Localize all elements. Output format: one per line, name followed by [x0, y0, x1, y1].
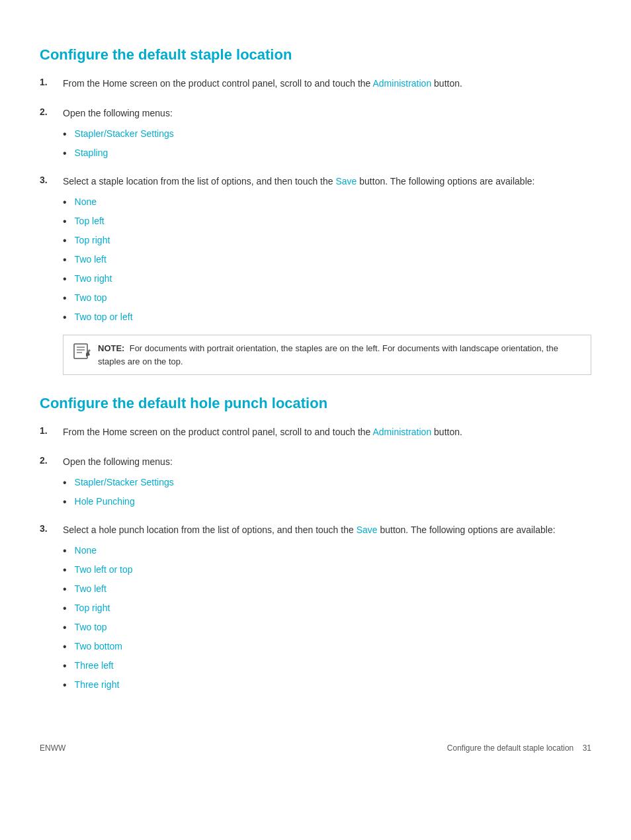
list-item: Three left — [63, 659, 591, 674]
s2-step-3-content: Select a hole punch location from the li… — [63, 523, 591, 697]
footer-left: ENWW — [40, 743, 65, 753]
section2: Configure the default hole punch locatio… — [40, 395, 591, 697]
list-item: Two top — [63, 620, 591, 636]
step-3-number: 3. — [40, 175, 63, 375]
step-3-link[interactable]: Save — [335, 176, 357, 187]
s2-option-topright[interactable]: Top right — [75, 601, 110, 615]
s2-step-3-text: Select a hole punch location from the li… — [63, 523, 591, 537]
list-item: Top right — [63, 233, 591, 249]
list-item: Two top — [63, 291, 591, 306]
option-link-topleft[interactable]: Top left — [75, 214, 105, 228]
list-item: Two right — [63, 272, 591, 287]
s2-step-2-content: Open the following menus: Stapler/Stacke… — [63, 455, 591, 514]
option-link-twotop[interactable]: Two top — [75, 291, 107, 305]
s2-step-2-number: 2. — [40, 455, 63, 514]
s2-option-threeright[interactable]: Three right — [75, 678, 120, 692]
section2-steps: 1. From the Home screen on the product c… — [40, 425, 591, 697]
step-2-submenu: Stapler/Stacker Settings Stapling — [63, 127, 591, 161]
option-link-topright[interactable]: Top right — [75, 233, 110, 247]
s2-step-2-text: Open the following menus: — [63, 455, 591, 469]
s2-step-1: 1. From the Home screen on the product c… — [40, 425, 591, 446]
s2-step-3-options: None Two left or top Two left Top right … — [63, 544, 591, 693]
section2-title: Configure the default hole punch locatio… — [40, 395, 591, 412]
step-3-options: None Top left Top right Two left Two rig… — [63, 195, 591, 325]
s2-step-2-submenu: Stapler/Stacker Settings Hole Punching — [63, 476, 591, 510]
option-link-none[interactable]: None — [75, 195, 97, 209]
s2-step-2: 2. Open the following menus: Stapler/Sta… — [40, 455, 591, 514]
option-link-twoleft[interactable]: Two left — [75, 253, 106, 267]
s2-option-twoleft[interactable]: Two left — [75, 582, 106, 596]
s2-option-none[interactable]: None — [75, 544, 97, 558]
list-item: Top left — [63, 214, 591, 230]
step-2: 2. Open the following menus: Stapler/Sta… — [40, 106, 591, 165]
note-icon — [73, 342, 91, 360]
submenu-link-1[interactable]: Stapler/Stacker Settings — [75, 127, 174, 141]
submenu-link-2[interactable]: Stapling — [75, 146, 108, 160]
note-content: For documents with portrait orientation,… — [98, 343, 558, 366]
list-item: Stapling — [63, 146, 591, 161]
s2-step-1-content: From the Home screen on the product cont… — [63, 425, 591, 446]
list-item: Stapler/Stacker Settings — [63, 127, 591, 142]
step-1-text: From the Home screen on the product cont… — [63, 77, 591, 91]
step-2-number: 2. — [40, 106, 63, 165]
section1-steps: 1. From the Home screen on the product c… — [40, 77, 591, 375]
step-3-content: Select a staple location from the list o… — [63, 175, 591, 375]
step-2-content: Open the following menus: Stapler/Stacke… — [63, 106, 591, 165]
list-item: Stapler/Stacker Settings — [63, 476, 591, 491]
list-item: Two top or left — [63, 310, 591, 325]
step-3: 3. Select a staple location from the lis… — [40, 175, 591, 375]
note-label: NOTE: — [98, 343, 124, 353]
s2-step-3-number: 3. — [40, 523, 63, 697]
step-3-text: Select a staple location from the list o… — [63, 175, 591, 189]
list-item: Top right — [63, 601, 591, 616]
footer: ENWW Configure the default staple locati… — [40, 737, 591, 753]
s2-option-threeleft[interactable]: Three left — [75, 659, 114, 673]
list-item: Two left — [63, 253, 591, 268]
step-1-content: From the Home screen on the product cont… — [63, 77, 591, 97]
list-item: None — [63, 544, 591, 559]
list-item: None — [63, 195, 591, 210]
option-link-twotopleft[interactable]: Two top or left — [75, 310, 133, 324]
s2-step-3: 3. Select a hole punch location from the… — [40, 523, 591, 697]
s2-step-1-link[interactable]: Administration — [372, 427, 431, 437]
note-box: NOTE: For documents with portrait orient… — [63, 335, 591, 375]
list-item: Two left — [63, 582, 591, 597]
step-1: 1. From the Home screen on the product c… — [40, 77, 591, 97]
footer-right: Configure the default staple location 31 — [447, 743, 591, 753]
note-text: NOTE: For documents with portrait orient… — [98, 342, 581, 368]
list-item: Two left or top — [63, 563, 591, 578]
list-item: Hole Punching — [63, 495, 591, 510]
svg-rect-0 — [74, 344, 87, 358]
list-item: Two bottom — [63, 640, 591, 655]
s2-step-3-link[interactable]: Save — [357, 525, 378, 535]
step-2-text: Open the following menus: — [63, 106, 591, 120]
option-link-tworight[interactable]: Two right — [75, 272, 112, 286]
s2-option-twotop[interactable]: Two top — [75, 620, 107, 634]
s2-option-twobottom[interactable]: Two bottom — [75, 640, 122, 653]
s2-step-1-text: From the Home screen on the product cont… — [63, 425, 591, 439]
step-1-link[interactable]: Administration — [372, 78, 431, 89]
s2-option-twoleftortop[interactable]: Two left or top — [75, 563, 133, 577]
s2-submenu-link-2[interactable]: Hole Punching — [75, 495, 135, 509]
s2-submenu-link-1[interactable]: Stapler/Stacker Settings — [75, 476, 174, 489]
section1-title: Configure the default staple location — [40, 46, 591, 63]
list-item: Three right — [63, 678, 591, 693]
step-1-number: 1. — [40, 77, 63, 97]
s2-step-1-number: 1. — [40, 425, 63, 446]
